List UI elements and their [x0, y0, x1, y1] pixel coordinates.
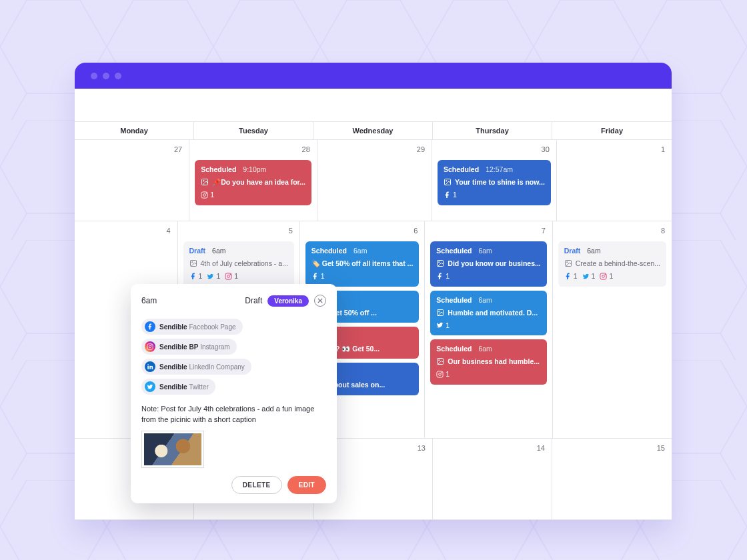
svg-point-12 [230, 274, 231, 275]
weekday-label: Friday [552, 122, 672, 139]
image-icon [564, 259, 572, 267]
window-dot [115, 73, 121, 79]
svg-point-2 [203, 181, 205, 182]
channel-chip-linkedin[interactable]: Sendible LinkedIn Company [141, 359, 251, 375]
post-status: Draft [189, 246, 206, 255]
svg-point-4 [203, 194, 206, 197]
day-number: 7 [430, 224, 546, 237]
channel-chip-twitter[interactable]: Sendible Twitter [141, 379, 215, 395]
facebook-count: 1 [436, 271, 450, 281]
instagram-count: 1 [225, 271, 238, 281]
twitter-icon [145, 381, 155, 392]
image-icon [436, 259, 444, 267]
facebook-count: 1 [311, 271, 325, 281]
post-card-draft[interactable]: Draft6am 4th of July celebrations - a...… [183, 241, 294, 287]
post-text: 🏷️ Get 50% off all items that ... [311, 259, 413, 268]
post-note: Note: Post for July 4th celebrations - a… [141, 404, 326, 425]
calendar-cell[interactable]: 7 Scheduled6am Did you know our busines.… [425, 221, 552, 439]
calendar-cell[interactable]: 1 [557, 140, 672, 221]
post-time: 6am [212, 246, 225, 255]
popover-time: 6am [141, 296, 157, 305]
post-time: 12:57am [486, 165, 513, 174]
popover-status: Draft [245, 296, 262, 305]
svg-point-5 [206, 193, 207, 193]
post-thumbnail[interactable] [141, 431, 204, 468]
svg-point-26 [605, 274, 606, 275]
post-card[interactable]: Scheduled6am Did you know our busines...… [430, 241, 546, 287]
calendar-cell[interactable]: 14 [433, 439, 552, 520]
calendar-cell[interactable]: 27 [75, 140, 189, 221]
instagram-icon [145, 341, 155, 352]
svg-point-9 [191, 262, 193, 263]
delete-button[interactable]: DELETE [231, 476, 282, 494]
image-icon [444, 178, 452, 186]
weekday-header: Monday Tuesday Wednesday Thursday Friday [75, 121, 672, 140]
twitter-count: 1 [582, 271, 596, 281]
author-badge: Veronika [267, 295, 309, 307]
channel-chip-facebook[interactable]: Sendible Facebook Page [141, 319, 243, 335]
calendar-cell[interactable]: 8 Draft6am Create a behind-the-scen... 1… [553, 221, 672, 439]
post-detail-popover: 6am Draft Veronika Sendible Facebook Pag… [131, 284, 337, 503]
post-text: 4th of July celebrations - a... [201, 259, 288, 268]
day-number: 29 [323, 143, 426, 156]
post-card[interactable]: Scheduled6am 🏷️ Get 50% off all items th… [305, 241, 419, 287]
weekday-label: Monday [75, 122, 194, 139]
image-icon [436, 309, 444, 317]
facebook-count: 1 [189, 271, 203, 281]
edit-button[interactable]: EDIT [287, 476, 326, 494]
svg-point-31 [147, 364, 149, 365]
twitter-count: 1 [207, 271, 220, 281]
svg-point-18 [439, 360, 440, 361]
svg-point-21 [442, 372, 442, 373]
titlebar [75, 63, 672, 89]
facebook-icon [145, 321, 155, 332]
post-card[interactable]: Scheduled12:57am Your time to shine is n… [438, 160, 551, 205]
post-card[interactable]: Scheduled6am Our business had humble... … [430, 339, 546, 385]
instagram-count: 1 [201, 190, 214, 199]
calendar-cell[interactable]: 29 [317, 140, 432, 221]
close-button[interactable] [314, 295, 326, 307]
day-number: 6 [305, 224, 419, 237]
weekday-label: Tuesday [194, 122, 313, 139]
post-text: 📌Do you have an idea for... [212, 177, 305, 187]
post-card-draft[interactable]: Draft6am Create a behind-the-scen... 1 1… [558, 241, 666, 287]
image-icon [189, 259, 197, 267]
post-card[interactable]: Scheduled6am Humble and motivated. D... … [430, 291, 546, 336]
post-text: Our business had humble... [448, 357, 540, 366]
weekday-label: Thursday [433, 122, 552, 139]
window-dot [103, 73, 109, 79]
calendar-cell[interactable]: 28 Scheduled9:10pm 📌Do you have an idea … [189, 140, 317, 221]
instagram-count: 1 [436, 369, 450, 379]
twitter-count: 1 [436, 321, 450, 330]
svg-point-14 [439, 262, 440, 263]
day-number: 4 [80, 224, 172, 237]
svg-point-16 [439, 311, 440, 312]
channel-chip-instagram[interactable]: Sendible BP Instagram [141, 339, 237, 355]
post-time: 9:10pm [243, 165, 266, 174]
post-text: Your time to shine is now... [455, 177, 545, 187]
post-text: Did you know our busines... [448, 259, 540, 268]
weekday-label: Wednesday [313, 122, 433, 139]
day-number: 5 [183, 224, 294, 237]
svg-point-11 [227, 275, 230, 278]
day-number: 1 [562, 143, 666, 156]
post-status: Scheduled [201, 165, 236, 174]
calendar-cell[interactable]: 30 Scheduled12:57am Your time to shine i… [432, 140, 557, 221]
day-number: 8 [558, 224, 666, 237]
image-icon [436, 357, 444, 365]
svg-point-29 [151, 345, 152, 345]
svg-point-20 [439, 373, 442, 376]
svg-rect-30 [147, 366, 149, 369]
post-text: Create a behind-the-scen... [576, 259, 660, 268]
svg-point-25 [602, 275, 605, 278]
instagram-count: 1 [600, 271, 613, 281]
svg-point-7 [446, 181, 448, 182]
facebook-count: 1 [444, 190, 457, 199]
post-status: Scheduled [444, 165, 479, 174]
linkedin-icon [145, 361, 155, 372]
calendar-cell[interactable]: 15 [552, 439, 672, 520]
window-dot [91, 73, 97, 79]
image-icon [201, 178, 209, 186]
post-card[interactable]: Scheduled9:10pm 📌Do you have an idea for… [195, 160, 311, 205]
day-number: 28 [195, 143, 311, 156]
